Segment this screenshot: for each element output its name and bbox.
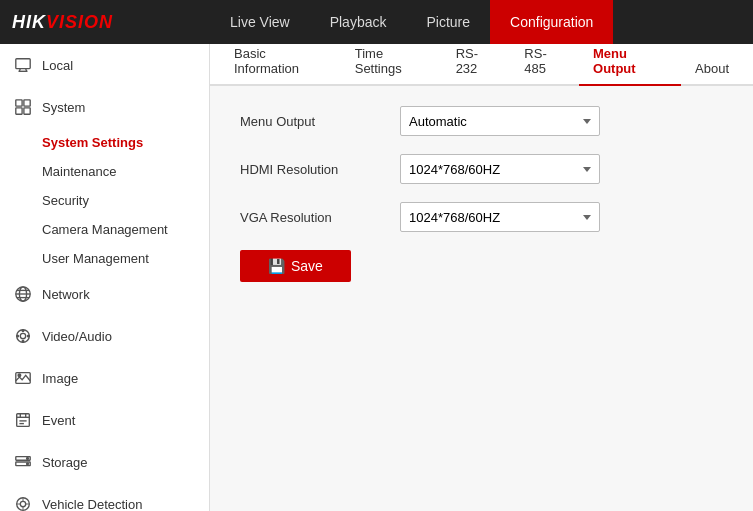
svg-rect-4 — [16, 100, 22, 106]
menu-output-select[interactable]: Automatic HDMI VGA — [400, 106, 600, 136]
save-label: Save — [291, 258, 323, 274]
sidebar-sub-camera-management[interactable]: Camera Management — [0, 215, 209, 244]
svg-rect-5 — [24, 100, 30, 106]
sidebar-label-image: Image — [42, 371, 78, 386]
sidebar-label-event: Event — [42, 413, 75, 428]
save-button[interactable]: 💾 Save — [240, 250, 351, 282]
sidebar-item-network[interactable]: Network — [0, 273, 209, 315]
hdmi-resolution-select[interactable]: 1024*768/60HZ 1920*1080/60HZ 1280*720/60… — [400, 154, 600, 184]
sidebar-label-network: Network — [42, 287, 90, 302]
image-icon — [12, 367, 34, 389]
svg-point-32 — [20, 501, 25, 506]
sidebar-item-system[interactable]: System — [0, 86, 209, 128]
tab-rs485[interactable]: RS-485 — [510, 38, 579, 86]
logo-hik: HIK — [12, 12, 46, 33]
tab-menu-output[interactable]: Menu Output — [579, 38, 681, 86]
vehicle-icon — [12, 493, 34, 511]
svg-point-14 — [20, 333, 25, 338]
content-area: Basic Information Time Settings RS-232 R… — [210, 44, 753, 511]
sidebar-label-video-audio: Video/Audio — [42, 329, 112, 344]
sidebar-item-video-audio[interactable]: Video/Audio — [0, 315, 209, 357]
menu-output-row: Menu Output Automatic HDMI VGA — [240, 106, 723, 136]
sidebar-item-local[interactable]: Local — [0, 44, 209, 86]
svg-rect-7 — [24, 108, 30, 114]
svg-point-15 — [22, 330, 24, 332]
main-layout: Local System System Settings Maintenance… — [0, 44, 753, 511]
video-icon — [12, 325, 34, 347]
logo: HIKVISION — [0, 12, 210, 33]
svg-point-18 — [28, 335, 30, 337]
svg-point-20 — [18, 374, 21, 377]
hdmi-resolution-row: HDMI Resolution 1024*768/60HZ 1920*1080/… — [240, 154, 723, 184]
svg-rect-0 — [16, 59, 30, 69]
sidebar-sub-user-management[interactable]: User Management — [0, 244, 209, 273]
tab-time-settings[interactable]: Time Settings — [341, 38, 442, 86]
tabs-bar: Basic Information Time Settings RS-232 R… — [210, 44, 753, 86]
form-area: Menu Output Automatic HDMI VGA HDMI Reso… — [210, 86, 753, 511]
sidebar-item-event[interactable]: Event — [0, 399, 209, 441]
svg-rect-6 — [16, 108, 22, 114]
tab-rs232[interactable]: RS-232 — [442, 38, 511, 86]
sidebar-item-vehicle-detection[interactable]: Vehicle Detection — [0, 483, 209, 511]
sidebar-label-vehicle-detection: Vehicle Detection — [42, 497, 142, 512]
svg-point-29 — [27, 458, 29, 460]
tab-basic-information[interactable]: Basic Information — [220, 38, 341, 86]
sidebar-item-storage[interactable]: Storage — [0, 441, 209, 483]
svg-point-30 — [27, 463, 29, 465]
sidebar-sub-maintenance[interactable]: Maintenance — [0, 157, 209, 186]
svg-point-17 — [17, 335, 19, 337]
save-icon: 💾 — [268, 258, 285, 274]
vga-resolution-row: VGA Resolution 1024*768/60HZ 1920*1080/6… — [240, 202, 723, 232]
hdmi-resolution-label: HDMI Resolution — [240, 162, 400, 177]
storage-icon — [12, 451, 34, 473]
sidebar-sub-system-settings[interactable]: System Settings — [0, 128, 209, 157]
sidebar: Local System System Settings Maintenance… — [0, 44, 210, 511]
sidebar-label-local: Local — [42, 58, 73, 73]
tab-about[interactable]: About — [681, 53, 743, 86]
sidebar-label-system: System — [42, 100, 85, 115]
vga-resolution-label: VGA Resolution — [240, 210, 400, 225]
svg-point-16 — [22, 341, 24, 343]
system-icon — [12, 96, 34, 118]
network-icon — [12, 283, 34, 305]
sidebar-item-image[interactable]: Image — [0, 357, 209, 399]
sidebar-label-storage: Storage — [42, 455, 88, 470]
logo-vision: VISION — [46, 12, 113, 33]
menu-output-label: Menu Output — [240, 114, 400, 129]
svg-rect-21 — [17, 414, 30, 427]
event-icon — [12, 409, 34, 431]
vga-resolution-select[interactable]: 1024*768/60HZ 1920*1080/60HZ 1280*720/60… — [400, 202, 600, 232]
monitor-icon — [12, 54, 34, 76]
sidebar-sub-security[interactable]: Security — [0, 186, 209, 215]
